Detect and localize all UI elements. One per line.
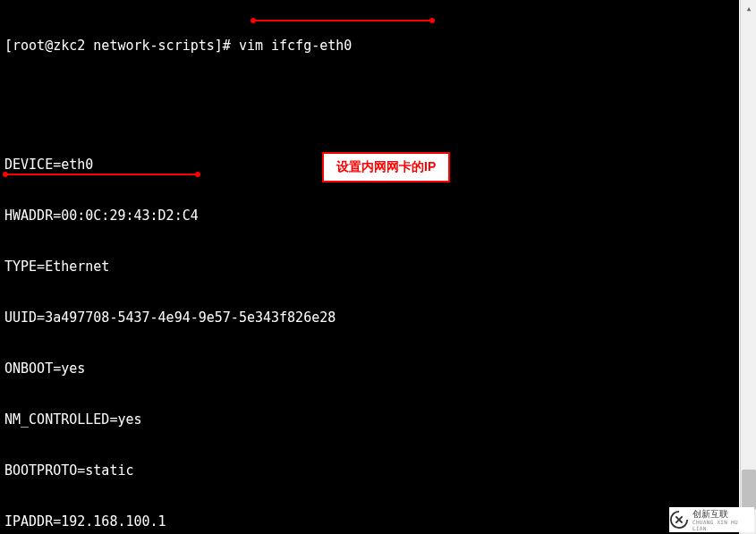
watermark-logo: 创新互联 CHUANG XIN HU LIAN: [669, 509, 754, 531]
terminal-content: [root@zkc2 network-scripts]# vim ifcfg-e…: [0, 0, 739, 534]
scrollbar-thumb[interactable]: [742, 470, 756, 510]
shell-prompt-line: [root@zkc2 network-scripts]# vim ifcfg-e…: [4, 38, 735, 55]
scrollbar-up-button[interactable]: ▴: [741, 0, 756, 16]
watermark-text-group: 创新互联 CHUANG XIN HU LIAN: [692, 509, 754, 531]
command-underline-annotation: [253, 20, 432, 21]
config-line-type: TYPE=Ethernet: [4, 259, 735, 275]
watermark-logo-icon: [669, 510, 689, 530]
config-line-bootproto: BOOTPROTO=static: [4, 462, 735, 479]
config-line-onboot: ONBOOT=yes: [4, 360, 735, 377]
chevron-up-icon: ▴: [746, 3, 752, 14]
watermark-brand: 创新互联: [692, 509, 754, 519]
config-line-nmcontrolled: NM_CONTROLLED=yes: [4, 411, 735, 428]
command-text: vim ifcfg-eth0: [239, 38, 352, 54]
empty-line: [4, 106, 735, 123]
config-line-ipaddr: IPADDR=192.168.100.1: [4, 513, 735, 530]
annotation-text: 设置内网网卡的IP: [336, 159, 436, 174]
watermark: 创新互联 CHUANG XIN HU LIAN: [669, 507, 754, 532]
watermark-subtitle: CHUANG XIN HU LIAN: [692, 519, 754, 531]
annotation-callout: 设置内网网卡的IP: [322, 152, 450, 182]
scrollbar-track[interactable]: ▴: [740, 0, 756, 534]
terminal-window[interactable]: [root@zkc2 network-scripts]# vim ifcfg-e…: [0, 0, 739, 534]
config-line-hwaddr: HWADDR=00:0C:29:43:D2:C4: [4, 208, 735, 225]
config-line-uuid: UUID=3a497708-5437-4e94-9e57-5e343f826e2…: [4, 309, 735, 326]
prompt-user-host: [root@zkc2 network-scripts]#: [4, 38, 231, 54]
ipaddr-underline-annotation: [5, 174, 198, 175]
